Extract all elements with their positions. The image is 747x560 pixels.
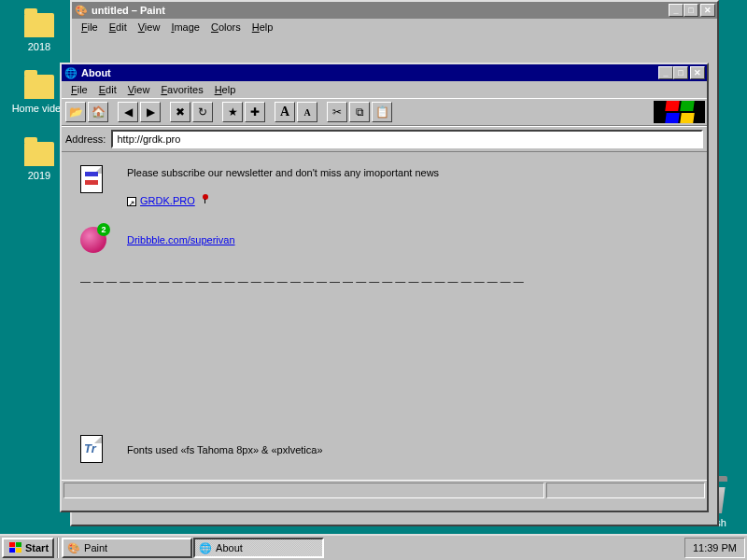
notification-badge: 2	[97, 223, 110, 236]
desktop-folder-2018[interactable]: 2018	[11, 13, 67, 52]
menu-colors[interactable]: Colors	[205, 20, 247, 35]
desktop-icon-label: Home video	[11, 103, 67, 114]
window-about[interactable]: 🌐 About _ □ ✕ File Edit View Favorites H…	[60, 63, 709, 512]
content-area: Please subscribe our newsletter and don'…	[62, 152, 707, 480]
system-tray[interactable]: 11:39 PM	[684, 538, 745, 558]
dribbble-link[interactable]: Dribbble.com/superivan	[127, 234, 235, 245]
home-button[interactable]: 🏠	[88, 102, 108, 122]
dribbble-icon: 2	[80, 227, 110, 257]
address-input[interactable]	[111, 130, 703, 148]
pin-icon	[202, 193, 209, 204]
start-label: Start	[25, 542, 49, 553]
toolbar: 📂 🏠 ◀ ▶ ✖ ↻ ★ ✚ A A ✂ ⧉ 📋	[62, 98, 707, 126]
desktop-icon-label: 2018	[11, 41, 67, 52]
clock: 11:39 PM	[693, 542, 737, 553]
paint-icon: 🎨	[74, 3, 89, 18]
forward-button[interactable]: ▶	[140, 102, 161, 122]
close-button[interactable]: ✕	[690, 66, 705, 79]
divider: — — — — — — — — — — — — — — — — — — — — …	[80, 275, 688, 287]
font-file-icon: Tr	[80, 435, 110, 465]
desktop-folder-home-video[interactable]: Home video	[11, 75, 67, 114]
menu-help[interactable]: Help	[209, 82, 242, 97]
titlebar-paint[interactable]: 🎨 untitled – Paint _ □ ✕	[72, 2, 717, 19]
folder-icon	[24, 142, 54, 166]
taskbar-item-label: Paint	[84, 542, 107, 553]
menu-file[interactable]: File	[76, 20, 104, 35]
menu-help[interactable]: Help	[247, 20, 279, 35]
maximize-button[interactable]: □	[673, 66, 688, 79]
status-pane	[63, 483, 544, 498]
dribbble-row: 2 Dribbble.com/superivan	[80, 227, 688, 257]
taskbar-item-paint[interactable]: 🎨 Paint	[62, 538, 192, 558]
back-button[interactable]: ◀	[118, 102, 138, 122]
open-button[interactable]: 📂	[65, 102, 86, 122]
status-pane	[546, 483, 705, 498]
start-button[interactable]: Start	[2, 538, 54, 558]
fonts-row: Tr Fonts used «fs Tahoma 8px» & «pxlveti…	[80, 435, 323, 465]
desktop-icon-label: 2019	[11, 170, 67, 181]
newsletter-row: Please subscribe our newsletter and don'…	[80, 165, 688, 208]
favorites-button[interactable]: ★	[222, 102, 243, 122]
close-button[interactable]: ✕	[700, 4, 715, 17]
titlebar-about[interactable]: 🌐 About _ □ ✕	[62, 64, 707, 81]
taskbar: Start 🎨 Paint 🌐 About 11:39 PM	[0, 534, 747, 560]
menu-file[interactable]: File	[65, 82, 93, 97]
menu-edit[interactable]: Edit	[93, 82, 122, 97]
cut-button[interactable]: ✂	[327, 102, 347, 122]
refresh-button[interactable]: ↻	[192, 102, 213, 122]
menu-edit[interactable]: Edit	[104, 20, 133, 35]
globe-icon: 🌐	[199, 542, 212, 554]
globe-icon: 🌐	[63, 65, 78, 80]
folder-icon	[24, 75, 54, 99]
taskbar-separator	[57, 538, 59, 558]
address-label: Address:	[65, 133, 111, 145]
taskbar-item-about[interactable]: 🌐 About	[193, 538, 324, 558]
maximize-button[interactable]: □	[684, 4, 698, 17]
minimize-button[interactable]: _	[658, 66, 673, 79]
newsletter-text: Please subscribe our newsletter and don'…	[127, 165, 439, 180]
address-bar: Address:	[62, 126, 707, 152]
window-title: About	[81, 67, 658, 78]
status-bar	[62, 480, 707, 498]
window-title: untitled – Paint	[92, 5, 669, 16]
shortcut-icon	[127, 197, 136, 206]
windows-logo-icon	[654, 101, 705, 123]
document-icon	[80, 165, 110, 195]
windows-logo-icon	[7, 541, 22, 554]
menu-view[interactable]: View	[122, 82, 156, 97]
menu-image[interactable]: Image	[165, 20, 205, 35]
folder-icon	[24, 13, 54, 37]
paint-icon: 🎨	[67, 542, 80, 554]
font-smaller-button[interactable]: A	[297, 102, 317, 122]
taskbar-item-label: About	[216, 542, 243, 553]
menubar-paint: File Edit View Image Colors Help	[72, 19, 717, 35]
menubar-about: File Edit View Favorites Help	[62, 81, 707, 98]
menu-favorites[interactable]: Favorites	[155, 82, 208, 97]
add-favorite-button[interactable]: ✚	[245, 102, 265, 122]
font-larger-button[interactable]: A	[275, 102, 295, 122]
fonts-text: Fonts used «fs Tahoma 8px» & «pxlvetica»	[127, 435, 323, 457]
paste-button[interactable]: 📋	[372, 102, 392, 122]
stop-button[interactable]: ✖	[170, 102, 190, 122]
desktop-folder-2019[interactable]: 2019	[11, 142, 67, 181]
grdk-link[interactable]: GRDK.PRO	[140, 195, 195, 206]
copy-button[interactable]: ⧉	[349, 102, 370, 122]
minimize-button[interactable]: _	[669, 4, 684, 17]
menu-view[interactable]: View	[133, 20, 166, 35]
